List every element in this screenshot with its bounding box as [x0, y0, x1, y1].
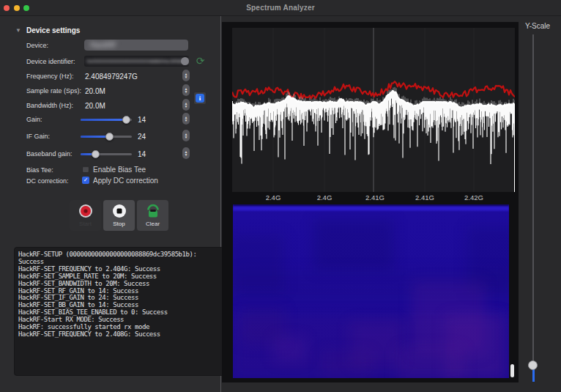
bandwidth-label: Bandwidth (Hz):	[26, 102, 73, 109]
y-scale-label: Y-Scale	[525, 22, 550, 30]
dc-correction-label: DC correction:	[26, 177, 69, 185]
x-tick-label: 2.41G	[365, 193, 384, 201]
bias-tee-checkbox[interactable]	[82, 166, 89, 173]
sample-rate-label: Sample rate (Sps):	[26, 87, 81, 95]
x-tick-label: 2.4G	[317, 193, 332, 201]
if-gain-label: IF Gain:	[26, 133, 50, 140]
gain-label: Gain:	[26, 116, 42, 123]
clear-button-label: Clear	[146, 221, 160, 227]
log-text: HackRF-SETUP (00000000000000000088869dc3…	[18, 251, 223, 339]
device-settings-header: Device settings	[26, 26, 80, 34]
info-icon: i	[196, 94, 204, 103]
log-output[interactable]: HackRF-SETUP (00000000000000000088869dc3…	[14, 247, 227, 376]
refresh-devices-icon[interactable]: ⟳	[194, 55, 207, 67]
dc-correction-checkbox-label: Apply DC correction	[93, 177, 158, 185]
info-button[interactable]: i	[193, 92, 207, 105]
gain-slider-handle[interactable]	[122, 116, 130, 124]
record-icon	[78, 203, 94, 219]
stop-button-label: Stop	[113, 221, 125, 227]
device-identifier-label: Device identifier:	[26, 58, 75, 65]
device-dropdown-value: HackRF	[90, 41, 116, 49]
disclosure-triangle-icon[interactable]: ▼	[15, 27, 21, 34]
baseband-gain-slider[interactable]	[81, 153, 132, 155]
if-gain-value[interactable]: 24	[138, 133, 146, 141]
window-title: Spectrum Analyzer	[0, 4, 561, 12]
clear-button[interactable]: Clear	[137, 200, 168, 231]
stop-icon	[111, 203, 127, 219]
sample-rate-stepper[interactable]: ▲▼	[182, 84, 190, 96]
title-bar: Spectrum Analyzer	[0, 0, 561, 16]
y-scale-slider-handle[interactable]	[528, 360, 538, 370]
device-identifier-input[interactable]: 0x0000000000000000000088869dc39585b1b000	[84, 56, 189, 67]
gain-slider[interactable]	[81, 119, 132, 121]
if-gain-slider[interactable]	[81, 136, 132, 138]
y-scale-slider[interactable]	[532, 34, 534, 381]
bandwidth-stepper[interactable]: ▲▼	[182, 99, 190, 111]
stop-button[interactable]: Stop	[103, 200, 135, 231]
bias-tee-checkbox-label: Enable Bias Tee	[93, 166, 146, 174]
if-gain-stepper[interactable]: ▲▼	[182, 130, 190, 141]
waterfall-scrollbar[interactable]	[510, 364, 514, 377]
baseband-gain-stepper[interactable]: ▲▼	[182, 147, 190, 159]
frequency-stepper[interactable]: ▲▼	[182, 70, 190, 81]
device-identifier-knob[interactable]	[181, 57, 189, 65]
device-label: Device:	[26, 42, 48, 49]
gain-value[interactable]: 14	[138, 116, 146, 124]
dc-correction-checkbox[interactable]: ✓	[82, 177, 89, 184]
waterfall-plot[interactable]	[233, 204, 509, 378]
frequency-label: Frequency (Hz):	[26, 73, 74, 80]
bandwidth-value[interactable]: 20.0M	[85, 102, 105, 110]
y-scale-slider-fill	[532, 369, 535, 382]
clear-icon	[145, 203, 161, 219]
sample-rate-value[interactable]: 20.0M	[85, 87, 105, 95]
baseband-gain-value[interactable]: 14	[138, 150, 146, 158]
device-identifier-value: 0x0000000000000000000088869dc39585b1b000	[86, 58, 189, 64]
record-button[interactable]: Start	[70, 200, 101, 231]
device-dropdown[interactable]: HackRF	[84, 40, 188, 51]
baseband-gain-label: Baseband gain:	[26, 150, 73, 158]
gain-stepper[interactable]: ▲▼	[182, 113, 190, 125]
baseband-gain-slider-handle[interactable]	[92, 150, 100, 158]
x-tick-label: 2.41G	[415, 193, 434, 201]
frequency-value[interactable]: 2.4084979247G	[85, 73, 138, 81]
bias-tee-label: Bias Tee:	[26, 166, 53, 174]
spectrum-plot[interactable]	[232, 28, 515, 192]
x-tick-label: 2.4G	[266, 193, 281, 201]
if-gain-slider-handle[interactable]	[105, 133, 114, 141]
x-tick-label: 2.42G	[464, 193, 483, 201]
record-button-label: Start	[79, 221, 92, 227]
